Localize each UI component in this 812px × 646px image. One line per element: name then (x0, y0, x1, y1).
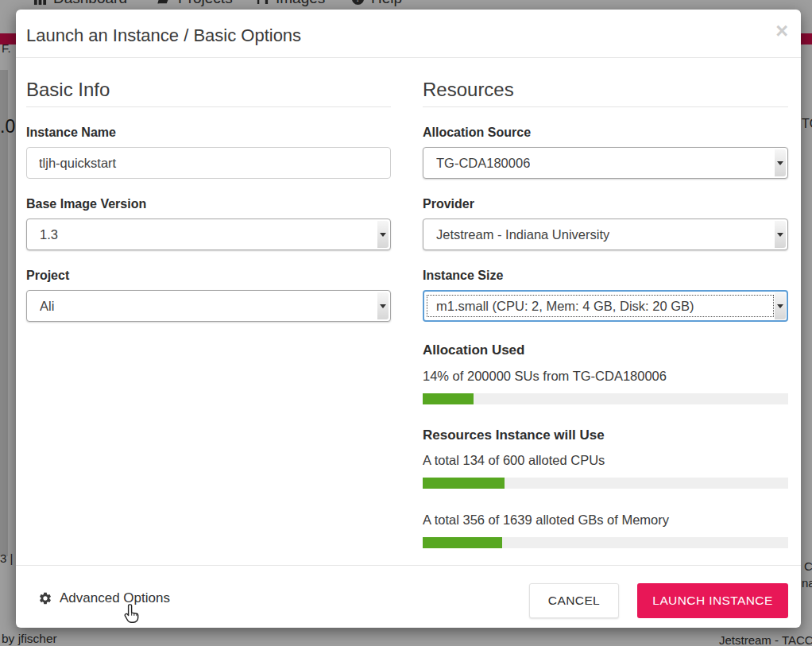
memory-progressbar (423, 537, 788, 548)
chevron-down-icon (775, 149, 786, 176)
section-heading-basic-info: Basic Info (26, 76, 391, 107)
project-label: Project (26, 268, 391, 284)
base-image-version-select[interactable]: 1.3 (26, 219, 391, 250)
allocation-used-text: 14% of 200000 SUs from TG-CDA180006 (423, 368, 788, 384)
progress-fill (423, 537, 502, 548)
modal-title: Launch an Instance / Basic Options (26, 24, 301, 48)
advanced-options-label: Advanced Options (60, 590, 170, 606)
chevron-down-icon (377, 221, 389, 248)
launch-instance-button[interactable]: LAUNCH INSTANCE (637, 583, 788, 618)
advanced-options-toggle[interactable]: Advanced Options (38, 590, 170, 606)
select-value: TG-CDA180006 (436, 148, 530, 178)
instance-size-select[interactable]: m1.small (CPU: 2, Mem: 4 GB, Disk: 20 GB… (423, 290, 788, 322)
resources-section: Resources Allocation Source TG-CDA180006… (423, 76, 788, 548)
base-image-version-label: Base Image Version (26, 196, 391, 212)
progress-fill (423, 393, 474, 404)
provider-label: Provider (423, 196, 788, 212)
resources-will-use-heading: Resources Instance will Use (423, 427, 788, 443)
allocation-used-progressbar (423, 393, 788, 404)
chevron-down-icon (775, 292, 786, 319)
instance-name-label: Instance Name (26, 125, 391, 141)
cpu-progressbar (423, 478, 788, 489)
launch-instance-modal: Launch an Instance / Basic Options × Bas… (16, 10, 801, 628)
memory-usage-text: A total 356 of 1639 alloted GBs of Memor… (423, 512, 788, 528)
modal-footer: Advanced Options CANCEL LAUNCH INSTANCE (16, 565, 801, 628)
allocation-used-heading: Allocation Used (423, 342, 788, 358)
select-value: Ali (40, 291, 54, 321)
modal-header: Launch an Instance / Basic Options × (16, 10, 801, 58)
select-value: m1.small (CPU: 2, Mem: 4 GB, Disk: 20 GB… (436, 292, 694, 320)
close-icon[interactable]: × (775, 21, 788, 42)
chevron-down-icon (377, 292, 389, 319)
provider-select[interactable]: Jetstream - Indiana University (423, 219, 788, 250)
chevron-down-icon (775, 221, 786, 248)
instance-size-label: Instance Size (423, 268, 788, 284)
basic-info-section: Basic Info Instance Name Base Image Vers… (26, 76, 391, 322)
cancel-button[interactable]: CANCEL (529, 583, 619, 618)
section-heading-resources: Resources (423, 76, 788, 107)
instance-name-input[interactable] (26, 147, 391, 179)
screen: Dashboard Projects Images ? Help (0, 0, 812, 646)
select-value: Jetstream - Indiana University (436, 219, 609, 250)
select-value: 1.3 (40, 219, 58, 250)
allocation-source-label: Allocation Source (423, 125, 788, 141)
project-select[interactable]: Ali (26, 290, 391, 322)
cpu-usage-text: A total 134 of 600 alloted CPUs (423, 452, 788, 468)
gear-icon (38, 591, 52, 605)
progress-fill (423, 478, 505, 489)
allocation-source-select[interactable]: TG-CDA180006 (423, 147, 788, 179)
